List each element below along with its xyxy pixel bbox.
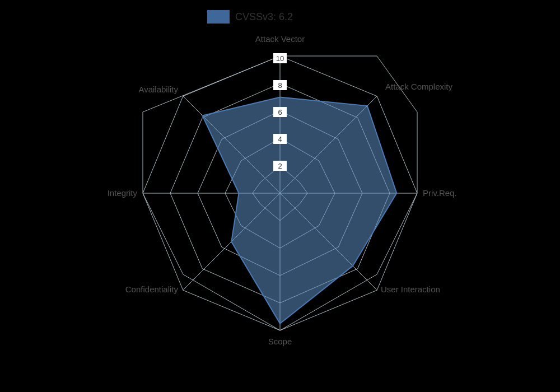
label-confidentiality: Confidentiality xyxy=(125,284,179,294)
data-polygon xyxy=(203,97,397,324)
label-priv-req: Priv.Req. xyxy=(423,188,457,198)
label-scope: Scope xyxy=(268,337,292,346)
scale-label-10: 10 xyxy=(276,54,284,63)
label-user-interaction: User Interaction xyxy=(381,284,440,294)
scale-label-2: 2 xyxy=(278,162,282,170)
chart-container: CVSSv3: 6.2 xyxy=(0,0,560,392)
label-availability: Availability xyxy=(138,85,178,94)
label-attack-vector: Attack Vector xyxy=(255,34,305,44)
legend-color-box xyxy=(207,10,230,24)
legend-label: CVSSv3: 6.2 xyxy=(235,11,293,22)
label-integrity: Integrity xyxy=(108,188,138,198)
scale-label-4: 4 xyxy=(278,135,282,143)
scale-label-6: 6 xyxy=(278,108,282,116)
label-attack-complexity: Attack Complexity xyxy=(385,82,453,91)
scale-label-8: 8 xyxy=(278,81,282,90)
